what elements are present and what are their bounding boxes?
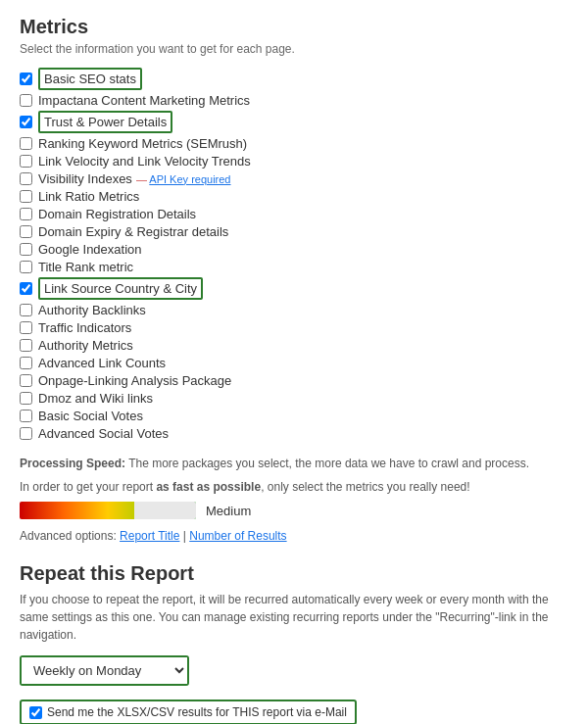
api-key-link[interactable]: API Key required	[149, 173, 230, 185]
checkbox-visibility-indexes-label[interactable]: Visibility Indexes	[38, 171, 132, 186]
page-subtitle: Select the information you want to get f…	[20, 42, 568, 56]
checkbox-authority-backlinks: Authority Backlinks	[20, 303, 568, 317]
checkbox-link-velocity-input[interactable]	[20, 155, 32, 168]
checkbox-title-rank-input[interactable]	[20, 261, 32, 273]
checkbox-advanced-link-counts-label[interactable]: Advanced Link Counts	[38, 356, 166, 370]
checkbox-visibility-indexes: Visibility Indexes — API Key required	[20, 171, 568, 186]
email-checkbox-item: Send me the XLSX/CSV results for THIS re…	[29, 705, 347, 719]
checkbox-link-source-country: Link Source Country & City	[20, 277, 568, 300]
checkboxes-list: Basic SEO stats Impactana Content Market…	[20, 68, 568, 441]
checkbox-basic-seo: Basic SEO stats	[20, 68, 568, 90]
checkbox-traffic-indicators-label[interactable]: Traffic Indicators	[38, 320, 131, 335]
checkbox-link-ratio: Link Ratio Metrics	[20, 189, 568, 204]
report-title-link[interactable]: Report Title	[120, 529, 179, 543]
repeat-section-title: Repeat this Report	[20, 562, 568, 585]
checkbox-domain-registration-label[interactable]: Domain Registration Details	[38, 207, 196, 221]
checkbox-ranking-keyword-input[interactable]	[20, 137, 32, 150]
checkbox-link-velocity-label[interactable]: Link Velocity and Link Velocity Trends	[38, 154, 251, 169]
checkbox-google-indexation-input[interactable]	[20, 243, 32, 256]
email-checkbox-label[interactable]: Send me the XLSX/CSV results for THIS re…	[47, 705, 347, 719]
checkbox-trust-power-input[interactable]	[20, 116, 32, 128]
checkbox-authority-backlinks-label[interactable]: Authority Backlinks	[38, 303, 146, 317]
checkbox-domain-registration: Domain Registration Details	[20, 207, 568, 221]
speed-bar-overlay	[134, 502, 196, 519]
checkbox-authority-metrics-label[interactable]: Authority Metrics	[38, 338, 133, 353]
checkbox-authority-backlinks-input[interactable]	[20, 304, 32, 316]
advanced-options-label: Advanced options:	[20, 529, 120, 543]
checkbox-domain-registration-input[interactable]	[20, 208, 32, 220]
checkbox-advanced-social-label[interactable]: Advanced Social Votes	[38, 426, 169, 441]
repeat-section: Repeat this Report If you choose to repe…	[20, 562, 568, 724]
checkbox-traffic-indicators-input[interactable]	[20, 321, 32, 334]
speed-bar	[20, 502, 196, 519]
checkbox-advanced-social-input[interactable]	[20, 427, 32, 440]
checkbox-basic-social-label[interactable]: Basic Social Votes	[38, 409, 143, 423]
speed-bar-container: Medium	[20, 502, 568, 519]
checkbox-link-ratio-input[interactable]	[20, 190, 32, 203]
checkbox-advanced-link-counts-input[interactable]	[20, 357, 32, 369]
checkbox-title-rank-label[interactable]: Title Rank metric	[38, 260, 133, 274]
page-title: Metrics	[20, 16, 568, 38]
checkbox-dmoz-wiki-input[interactable]	[20, 392, 32, 405]
repeat-dropdown-container: Weekly on Monday Weekly on Tuesday Weekl…	[20, 655, 189, 686]
checkbox-authority-metrics: Authority Metrics	[20, 338, 568, 353]
processing-speed-section: Processing Speed: The more packages you …	[20, 455, 568, 519]
checkbox-advanced-link-counts: Advanced Link Counts	[20, 356, 568, 370]
speed-label: Medium	[206, 504, 251, 518]
checkbox-traffic-indicators: Traffic Indicators	[20, 320, 568, 335]
checkbox-basic-seo-label: Basic SEO stats	[38, 68, 142, 90]
checkbox-domain-expiry-input[interactable]	[20, 225, 32, 238]
checkbox-google-indexation-label[interactable]: Google Indexation	[38, 242, 142, 257]
email-checkbox-container: Send me the XLSX/CSV results for THIS re…	[20, 700, 357, 724]
checkbox-link-source-country-input[interactable]	[20, 282, 32, 295]
number-of-results-link[interactable]: Number of Results	[189, 529, 286, 543]
checkbox-dmoz-wiki: Dmoz and Wiki links	[20, 391, 568, 406]
processing-speed-text: Processing Speed: The more packages you …	[20, 455, 568, 472]
checkbox-link-ratio-label[interactable]: Link Ratio Metrics	[38, 189, 139, 204]
checkbox-trust-power: Trust & Power Details	[20, 111, 568, 133]
email-checkbox-input[interactable]	[29, 706, 42, 719]
processing-speed-text2: In order to get your report as fast as p…	[20, 478, 568, 496]
checkbox-onpage-linking: Onpage-Linking Analysis Package	[20, 373, 568, 388]
checkbox-basic-seo-input[interactable]	[20, 72, 32, 85]
checkbox-title-rank: Title Rank metric	[20, 260, 568, 274]
checkbox-basic-social-input[interactable]	[20, 410, 32, 422]
processing-speed-bold: Processing Speed:	[20, 457, 125, 470]
checkbox-impactana-input[interactable]	[20, 94, 32, 107]
repeat-section-description: If you choose to repeat the report, it w…	[20, 591, 568, 644]
checkbox-link-velocity: Link Velocity and Link Velocity Trends	[20, 154, 568, 169]
checkbox-google-indexation: Google Indexation	[20, 242, 568, 257]
checkbox-authority-metrics-input[interactable]	[20, 339, 32, 352]
processing-speed-emphasis: as fast as possible	[156, 480, 261, 494]
checkbox-ranking-keyword: Ranking Keyword Metrics (SEMrush)	[20, 136, 568, 151]
checkbox-domain-expiry: Domain Expiry & Registrar details	[20, 224, 568, 239]
checkbox-ranking-keyword-label[interactable]: Ranking Keyword Metrics (SEMrush)	[38, 136, 247, 151]
checkbox-visibility-indexes-input[interactable]	[20, 172, 32, 185]
checkbox-link-source-country-label: Link Source Country & City	[38, 277, 203, 300]
checkbox-onpage-linking-label[interactable]: Onpage-Linking Analysis Package	[38, 373, 231, 388]
checkbox-domain-expiry-label[interactable]: Domain Expiry & Registrar details	[38, 224, 228, 239]
api-required-text: — API Key required	[136, 173, 231, 185]
repeat-dropdown[interactable]: Weekly on Monday Weekly on Tuesday Weekl…	[22, 657, 187, 684]
checkbox-impactana-label[interactable]: Impactana Content Marketing Metrics	[38, 93, 250, 108]
checkbox-trust-power-label: Trust & Power Details	[38, 111, 172, 133]
checkbox-basic-social: Basic Social Votes	[20, 409, 568, 423]
checkbox-dmoz-wiki-label[interactable]: Dmoz and Wiki links	[38, 391, 153, 406]
checkbox-advanced-social: Advanced Social Votes	[20, 426, 568, 441]
advanced-options: Advanced options: Report Title | Number …	[20, 529, 568, 543]
checkbox-onpage-linking-input[interactable]	[20, 374, 32, 387]
checkbox-impactana: Impactana Content Marketing Metrics	[20, 93, 568, 108]
